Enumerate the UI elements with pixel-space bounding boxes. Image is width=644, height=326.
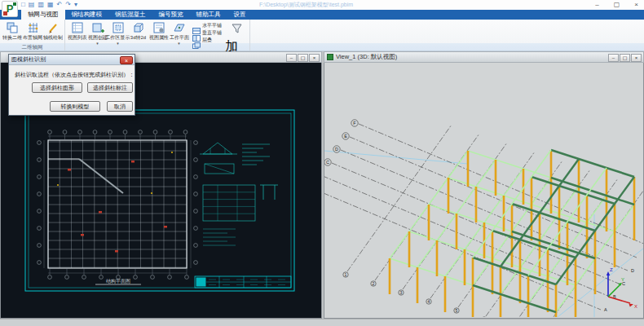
save-as-icon[interactable]: ▦ bbox=[47, 1, 54, 9]
view3d-close-button[interactable]: × bbox=[631, 54, 642, 62]
ribbon-group-label: 二维轴网 bbox=[2, 43, 63, 51]
svg-text:3: 3 bbox=[400, 290, 403, 295]
stack-button-label: 层叠 bbox=[202, 37, 212, 43]
svg-text:E: E bbox=[344, 134, 347, 139]
convert-icon bbox=[6, 21, 19, 34]
svg-text:D: D bbox=[631, 268, 634, 273]
application-window: P □▤▥▦↶↷▾ F:\Desktop\测试钢框架模型\test.pbim –… bbox=[0, 0, 644, 326]
window-title: F:\Desktop\测试钢框架模型\test.pbim bbox=[259, 1, 353, 9]
inclined-column-recognition-dialog: 图模斜柱识别 × 斜柱识取流程（依次点击按钮完成斜柱识别）： 选择斜柱图形 选择… bbox=[8, 54, 135, 116]
ribbon-button-0-0[interactable]: 转换二维 bbox=[2, 20, 22, 42]
funnel-icon bbox=[230, 22, 243, 38]
stack-button-1[interactable]: 垂直平铺 bbox=[192, 29, 223, 37]
ribbon-button-1-2[interactable]: 工作区显示▾ bbox=[108, 20, 128, 45]
cube-icon bbox=[132, 21, 145, 34]
redo-icon[interactable]: ↷ bbox=[65, 1, 71, 9]
ribbon-button-0-1[interactable]: 布置轴网 bbox=[22, 20, 42, 42]
drawing-minimize-button[interactable]: ‒ bbox=[286, 54, 297, 62]
ribbon-button-1-0[interactable]: 视图列表 bbox=[67, 20, 87, 42]
quick-access-toolbar: □▤▥▦↶↷▾ bbox=[21, 1, 77, 9]
status-bar bbox=[0, 319, 644, 326]
open-file-icon[interactable]: ▤ bbox=[29, 1, 35, 9]
ribbon-group-1: 视图列表视图创建▾工作区显示▾3d转2d视图属性工作平面▾水平平铺垂直平铺层叠加… bbox=[65, 20, 250, 51]
ribbon: 转换二维布置轴网轴线绘制二维轴网视图列表视图创建▾工作区显示▾3d转2d视图属性… bbox=[0, 20, 644, 51]
dialog-close-button[interactable]: × bbox=[120, 56, 133, 64]
view3d-maximize-button[interactable]: ▢ bbox=[620, 54, 630, 62]
svg-text:5: 5 bbox=[456, 308, 458, 313]
cascade-icon bbox=[192, 37, 201, 44]
svg-text:X: X bbox=[634, 304, 637, 309]
ribbon-button-label: 工作区显示 bbox=[106, 34, 130, 41]
chevron-down-icon: ▾ bbox=[96, 42, 99, 45]
svg-text:1: 1 bbox=[345, 272, 347, 277]
axis-triad: XYZ bbox=[607, 267, 637, 309]
ribbon-button-1-3[interactable]: 3d转2d bbox=[128, 20, 148, 42]
svg-text:D: D bbox=[335, 147, 338, 152]
ribbon-tab-0[interactable]: 轴网与视图 bbox=[21, 10, 65, 20]
svg-text:Y: Y bbox=[621, 277, 624, 282]
stack-button-2[interactable]: 层叠 bbox=[192, 37, 223, 44]
plane-icon bbox=[173, 21, 186, 34]
new-file-icon[interactable]: □ bbox=[21, 1, 25, 9]
grid-icon bbox=[26, 21, 39, 34]
ribbon-button-label: 转换二维 bbox=[2, 34, 22, 41]
titlebar: P □▤▥▦↶↷▾ F:\Desktop\测试钢框架模型\test.pbim –… bbox=[0, 0, 644, 10]
steel-frame-3d-view[interactable]: FEDDCCBA12345678XYZ bbox=[324, 63, 643, 317]
chevron-down-icon: ▾ bbox=[178, 42, 180, 45]
ribbon-button-1-5[interactable]: 工作平面▾ bbox=[169, 20, 189, 45]
dropdown-icon[interactable]: ▾ bbox=[74, 1, 77, 9]
stack-button-label: 垂直平铺 bbox=[202, 29, 222, 36]
app-logo[interactable]: P bbox=[2, 1, 18, 17]
dialog-title: 图模斜柱识别 bbox=[11, 55, 46, 64]
iso-graphics: FEDDCCBA12345678XYZ bbox=[324, 120, 643, 317]
detail-drawings bbox=[200, 143, 278, 245]
dialog-titlebar[interactable]: 图模斜柱识别 bbox=[9, 55, 135, 65]
ribbon-button-label: 轴线绘制 bbox=[43, 34, 63, 41]
ribbon-button-1-4[interactable]: 视图属性 bbox=[148, 20, 169, 42]
stack-button-label: 水平平铺 bbox=[202, 22, 222, 29]
ribbon-tab-1[interactable]: 钢结构建模 bbox=[65, 10, 109, 20]
maximize-button[interactable]: ▢ bbox=[611, 0, 623, 9]
view3d-window-titlebar[interactable]: View_1 (3D: 默认视图) ‒ ▢ × bbox=[324, 51, 644, 63]
tileh-icon bbox=[192, 23, 201, 29]
select-column-annotation-button[interactable]: 选择斜柱标注 bbox=[87, 82, 133, 93]
ribbon-button-label: 布置轴网 bbox=[23, 34, 42, 41]
title-block bbox=[195, 276, 291, 288]
ribbon-group-0: 转换二维布置轴网轴线绘制二维轴网 bbox=[0, 20, 65, 51]
svg-text:Z: Z bbox=[610, 267, 613, 272]
ribbon-button-label: 3d转2d bbox=[130, 34, 146, 41]
ribbon-button-label: 视图列表 bbox=[68, 34, 87, 41]
ribbon-tab-5[interactable]: 设置 bbox=[227, 10, 253, 20]
columns bbox=[390, 150, 634, 317]
svg-text:4: 4 bbox=[428, 299, 430, 304]
pencil-icon bbox=[46, 21, 60, 34]
view3d-canvas[interactable]: FEDDCCBA12345678XYZ bbox=[324, 63, 644, 319]
select-column-shape-button[interactable]: 选择斜柱图形 bbox=[32, 82, 82, 93]
ribbon-button-0-2[interactable]: 轴线绘制 bbox=[42, 20, 63, 42]
close-button[interactable]: × bbox=[632, 0, 641, 9]
minimize-button[interactable]: – bbox=[593, 0, 601, 9]
list-icon bbox=[71, 21, 84, 34]
ribbon-tab-2[interactable]: 钢筋混凝土 bbox=[108, 10, 152, 20]
plan-title-text: 结构平面图 bbox=[106, 278, 130, 284]
tile-stack: 水平平铺垂直平铺层叠 bbox=[189, 20, 225, 44]
svg-text:A: A bbox=[604, 307, 607, 312]
ribbon-button-1-1[interactable]: 视图创建▾ bbox=[87, 20, 108, 45]
convert-to-model-button[interactable]: 转换到模型 bbox=[50, 101, 100, 112]
cancel-button[interactable]: 取消 bbox=[107, 101, 133, 112]
view3d-minimize-button[interactable]: ‒ bbox=[608, 54, 619, 62]
ribbon-tab-4[interactable]: 辅助工具 bbox=[190, 10, 227, 20]
save-icon[interactable]: ▥ bbox=[37, 1, 44, 9]
ribbon-tab-bar: 轴网与视图钢结构建模钢筋混凝土编号预览辅助工具设置 bbox=[0, 10, 644, 20]
undo-icon[interactable]: ↶ bbox=[57, 1, 63, 9]
viewnew-icon bbox=[91, 21, 104, 34]
plan-marks bbox=[57, 152, 173, 253]
ribbon-button-label: 视图属性 bbox=[149, 34, 169, 41]
drawing-close-button[interactable]: × bbox=[309, 54, 320, 62]
ribbon-button-label: 视图创建 bbox=[88, 34, 108, 41]
logo-green-accent bbox=[13, 2, 16, 6]
ribbon-button-label: 工作平面 bbox=[170, 34, 189, 41]
drawing-maximize-button[interactable]: ▢ bbox=[298, 54, 308, 62]
ribbon-tab-3[interactable]: 编号预览 bbox=[152, 10, 190, 20]
stack-button-0[interactable]: 水平平铺 bbox=[192, 22, 223, 29]
